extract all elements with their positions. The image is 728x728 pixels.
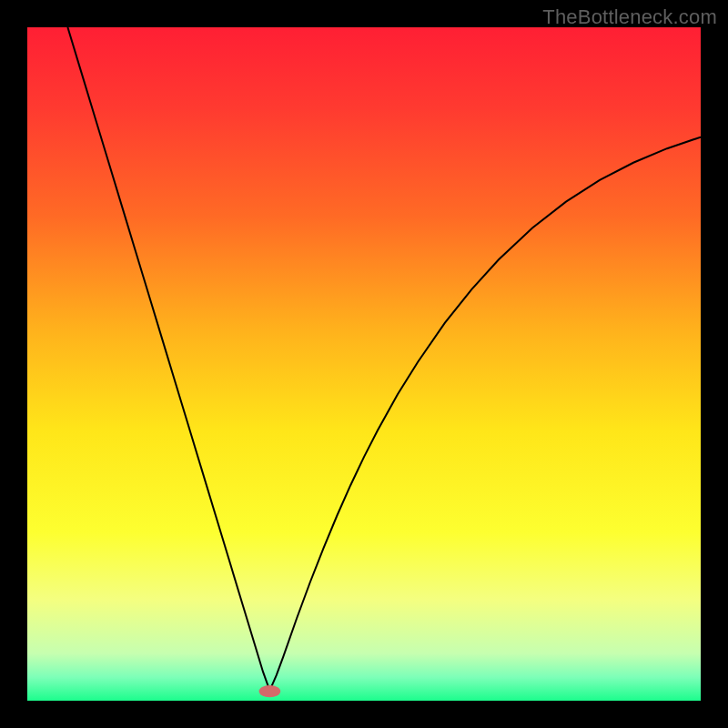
chart-svg	[27, 27, 701, 701]
chart-frame: TheBottleneck.com	[0, 0, 728, 728]
gradient-background	[27, 27, 701, 701]
watermark-text: TheBottleneck.com	[542, 5, 717, 29]
minimum-marker	[259, 685, 281, 697]
plot-area	[27, 27, 701, 701]
